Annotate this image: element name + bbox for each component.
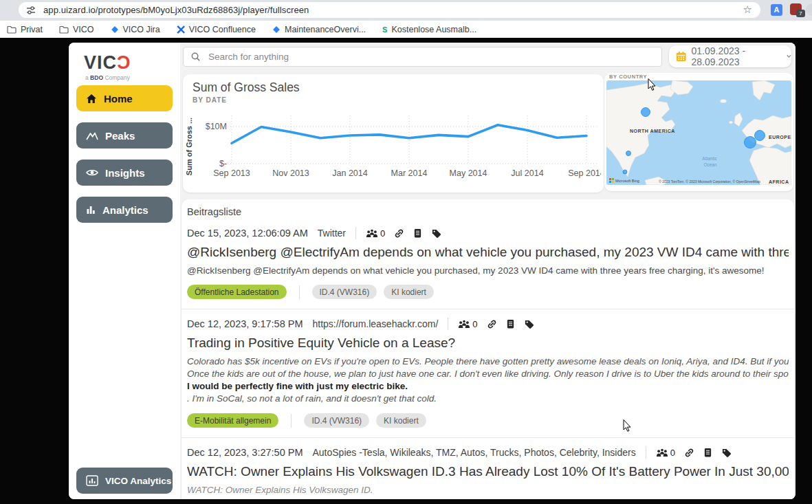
post-body: @RickIsenberg @ElectrifyAm depends on wh…	[187, 265, 789, 276]
book-icon[interactable]	[703, 448, 712, 458]
post-body-line: I would be perfectly fine with just my e…	[187, 380, 789, 393]
peaks-icon	[86, 131, 98, 140]
main-content: 01.09.2023 - 28.09.2023 Sum of Gross Sal…	[180, 43, 795, 499]
calendar-icon	[676, 50, 687, 63]
map-label: BY COUNTRY	[609, 74, 647, 80]
eye-icon	[86, 168, 98, 177]
svg-text:May 2014: May 2014	[450, 168, 487, 178]
post-item: Dec 15, 2023, 12:06:09 AM Twitter 0	[187, 227, 789, 299]
map-label-africa: AFRICA	[769, 179, 789, 184]
search-bar[interactable]	[183, 47, 662, 67]
home-icon	[86, 94, 97, 104]
browser-toolbar: app.uizard.io/prototypes/bM0yoLjx03uRdz6…	[0, 0, 812, 21]
svg-text:Mar 2014: Mar 2014	[391, 168, 428, 178]
s-site-icon: S	[382, 25, 387, 34]
link-icon[interactable]	[487, 319, 497, 329]
post-date: Dec 12, 2023, 3:27:50 PM	[187, 447, 303, 458]
tag-icon[interactable]	[431, 228, 441, 239]
sidebar-item-home[interactable]: Home	[76, 85, 173, 111]
vico-logo: VICƆ	[84, 52, 131, 74]
post-source[interactable]: Twitter	[318, 228, 346, 239]
post-source[interactable]: https://forum.leasehackr.com/	[312, 318, 438, 329]
ocean-label-2: Ocean	[703, 162, 717, 167]
site-settings-icon[interactable]	[25, 5, 36, 16]
bookmark-vico-confluence[interactable]: VICO Confluence	[177, 25, 256, 34]
search-icon	[190, 52, 201, 62]
bookmark-vico[interactable]: VICO	[59, 25, 94, 34]
sidebar-item-analytics[interactable]: Analytics	[76, 197, 173, 223]
engagement-count: 0	[458, 319, 477, 329]
svg-text:Microsoft Bing: Microsoft Bing	[615, 179, 639, 183]
translate-extension-icon[interactable]: A	[771, 4, 782, 16]
map-label-europe: EUROPE	[769, 135, 791, 140]
svg-text:Sep 2014: Sep 2014	[568, 168, 601, 178]
post-body-line: . I'm in SoCal, so not a lot of rain, an…	[187, 393, 789, 405]
post-divider	[182, 437, 794, 438]
gross-sales-chart-card: Sum of Gross Sales BY DATE $10M$-Sep 201…	[183, 74, 604, 193]
book-icon[interactable]	[413, 228, 422, 239]
list-title: Beitragsliste	[187, 206, 789, 217]
post-title[interactable]: Trading in Positive Equity Vehicle on a …	[187, 336, 789, 351]
post-title[interactable]: WATCH: Owner Explains His Volkswagen ID.…	[187, 464, 789, 479]
chart-title: Sum of Gross Sales	[193, 80, 300, 95]
bookmark-star-icon[interactable]: ☆	[743, 3, 752, 16]
address-bar[interactable]: app.uizard.io/prototypes/bM0yoLjx03uRdz6…	[19, 2, 760, 18]
people-icon	[458, 320, 470, 329]
divider	[355, 227, 356, 239]
bar-chart-icon	[86, 205, 96, 215]
tag-pill[interactable]: Öffentliche Ladestation	[187, 285, 287, 299]
post-body-line: Once the kids are out of the house, we p…	[187, 368, 789, 380]
post-item: Dec 12, 2023, 9:17:58 PM https://forum.l…	[187, 318, 789, 428]
post-source[interactable]: AutoSpies -Tesla, Wikileaks, TMZ, Autos,…	[312, 447, 635, 458]
tag-pill[interactable]: ID.4 (VW316)	[312, 285, 377, 299]
book-icon[interactable]	[506, 319, 515, 329]
map-bubble-Canada	[641, 108, 650, 117]
logo-subtitle: a BDO Company	[85, 74, 130, 81]
tag-pill[interactable]: KI kodiert	[376, 413, 426, 428]
svg-text:Sep 2013: Sep 2013	[213, 168, 250, 178]
people-icon	[366, 229, 378, 238]
map-bubble-Mexico	[623, 170, 627, 174]
map-bubble-Germany	[755, 131, 765, 141]
svg-text:Jan 2014: Jan 2014	[332, 168, 367, 178]
svg-text:$-: $-	[219, 159, 227, 168]
sidebar-item-vico-analytics[interactable]: VICO Analytics	[76, 468, 173, 494]
post-divider	[182, 309, 794, 309]
profile-avatar[interactable]	[806, 3, 812, 16]
page-background: VICƆ a BDO Company Home Peaks Insights A…	[0, 38, 812, 504]
bookmark-privat[interactable]: Privat	[7, 25, 43, 34]
date-range-label: 01.09.2023 - 28.09.2023	[692, 45, 782, 67]
post-date: Dec 12, 2023, 9:17:58 PM	[187, 318, 303, 329]
post-item: Dec 12, 2023, 3:27:50 PM AutoSpies -Tesl…	[187, 446, 789, 499]
map-attribution: © 2023 TomTom, © 2023 Microsoft Corporat…	[659, 179, 760, 184]
engagement-count: 0	[656, 448, 675, 458]
link-icon[interactable]	[394, 228, 404, 239]
tag-pill[interactable]: E-Mobilität allgemein	[187, 413, 278, 428]
post-title[interactable]: @RickIsenberg @ElectrifyAm depends on wh…	[187, 245, 789, 260]
tag-icon[interactable]	[721, 448, 732, 458]
confluence-icon	[177, 25, 185, 34]
bookmark-kostenlose[interactable]: S Kostenlose Ausmalb...	[382, 25, 476, 34]
bing-map[interactable]: NORTH AMERICA EUROPE AFRICA Atlantic Oce…	[606, 80, 791, 185]
line-chart[interactable]: $10M$-Sep 2013Nov 2013Jan 2014Mar 2014Ma…	[184, 107, 601, 187]
link-icon[interactable]	[684, 448, 694, 458]
tag-icon[interactable]	[524, 319, 534, 329]
tag-pill[interactable]: ID.4 (VW316)	[304, 413, 369, 428]
post-body-line: 3 Has Already Lost 10% Of It's Battery P…	[187, 496, 789, 499]
tag-pill[interactable]: KI kodiert	[384, 285, 434, 299]
date-range-picker[interactable]: 01.09.2023 - 28.09.2023	[669, 45, 791, 67]
bookmark-maintenance[interactable]: MaintenanceOvervi...	[272, 25, 366, 34]
engagement-count: 0	[366, 228, 385, 239]
bookmark-vico-jira[interactable]: VICO Jira	[111, 25, 160, 34]
sidebar-item-insights[interactable]: Insights	[76, 160, 173, 186]
chevron-down-icon	[787, 54, 791, 58]
ocean-label-1: Atlantic	[702, 156, 717, 161]
sidebar: VICƆ a BDO Company Home Peaks Insights A…	[69, 43, 180, 499]
post-list-panel: Beitragsliste Dec 15, 2023, 12:06:09 AM …	[182, 199, 794, 499]
svg-text:$10M: $10M	[206, 122, 227, 131]
search-input[interactable]	[207, 51, 661, 63]
sidebar-item-peaks[interactable]: Peaks	[76, 122, 173, 149]
svg-text:Sum of Gross ...: Sum of Gross ...	[185, 118, 193, 175]
url-text[interactable]: app.uizard.io/prototypes/bM0yoLjx03uRdz6…	[43, 5, 309, 15]
map-bubble-France	[745, 137, 756, 149]
